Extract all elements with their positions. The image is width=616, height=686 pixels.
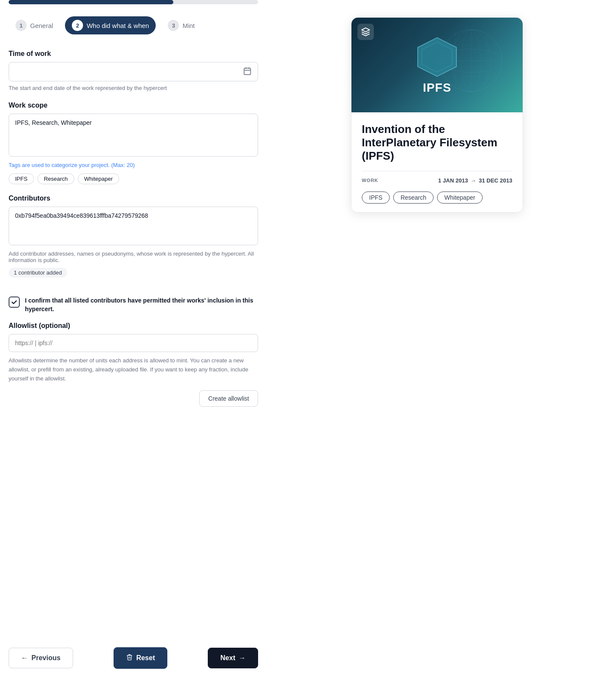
- ipfs-hexagon: [416, 36, 459, 85]
- previous-label: Previous: [31, 654, 61, 662]
- card-logo-icon: [357, 24, 374, 40]
- preview-card: IPFS Invention of the InterPlanetary Fil…: [351, 17, 523, 213]
- step-mint[interactable]: 3 Mint: [161, 16, 201, 34]
- contributors-hint: Add contributor addresses, names or pseu…: [9, 250, 258, 263]
- svg-marker-14: [418, 38, 456, 77]
- progress-bar-fill: [9, 0, 173, 4]
- time-of-work-input[interactable]: Jan 01, 2013 — Dec 31, 2013: [15, 68, 243, 75]
- allowlist-input[interactable]: [9, 334, 258, 352]
- work-scope-textarea[interactable]: IPFS, Research, Whitepaper: [9, 114, 258, 157]
- calendar-icon: [243, 67, 252, 77]
- progress-bar-container: [9, 0, 258, 4]
- card-tag-whitepaper: Whitepaper: [437, 192, 483, 204]
- previous-button[interactable]: ← Previous: [9, 648, 73, 668]
- step-general[interactable]: 1 General: [9, 16, 60, 34]
- checkbox-row[interactable]: I confirm that all listed contributors h…: [9, 297, 258, 313]
- allowlist-section: Allowlist (optional) Allowlists determin…: [9, 322, 258, 406]
- work-scope-hint: Tags are used to categorize your project…: [9, 162, 258, 168]
- bottom-nav: ← Previous Reset Next →: [9, 630, 258, 669]
- reset-label: Reset: [136, 654, 155, 662]
- time-of-work-input-box[interactable]: Jan 01, 2013 — Dec 31, 2013: [9, 62, 258, 81]
- step-number-1: 1: [15, 20, 27, 31]
- confirm-checkbox[interactable]: [9, 297, 20, 308]
- time-of-work-hint: The start and end date of the work repre…: [9, 85, 258, 91]
- trash-icon: [126, 654, 133, 662]
- contributors-textarea[interactable]: 0xb794f5ea0ba39494ce839613fffba742795792…: [9, 207, 258, 245]
- tag-whitepaper[interactable]: Whitepaper: [78, 173, 119, 184]
- tag-ipfs[interactable]: IPFS: [9, 173, 34, 184]
- left-panel: 1 General 2 Who did what & when 3 Mint T…: [0, 0, 267, 686]
- step-who[interactable]: 2 Who did what & when: [65, 16, 156, 34]
- card-tags: IPFS Research Whitepaper: [362, 192, 512, 204]
- right-arrow-icon: →: [239, 654, 246, 662]
- card-image: IPFS: [351, 18, 523, 112]
- step-label-general: General: [30, 22, 53, 29]
- card-meta-row: WORK 1 JAN 2013 → 31 DEC 2013: [362, 177, 512, 184]
- right-panel: IPFS Invention of the InterPlanetary Fil…: [267, 0, 616, 686]
- card-tag-research: Research: [393, 192, 434, 204]
- tags-row: IPFS Research Whitepaper: [9, 173, 258, 184]
- card-divider: [362, 171, 512, 171]
- contributors-section: Contributors 0xb794f5ea0ba39494ce839613f…: [9, 195, 258, 278]
- card-body: Invention of the InterPlanetary Filesyst…: [351, 112, 523, 212]
- left-arrow-icon: ←: [21, 654, 28, 662]
- tag-research[interactable]: Research: [37, 173, 74, 184]
- allowlist-label: Allowlist (optional): [9, 322, 258, 330]
- create-allowlist-button[interactable]: Create allowlist: [199, 390, 258, 407]
- step-label-who: Who did what & when: [86, 22, 149, 29]
- step-number-2: 2: [72, 20, 83, 31]
- card-tag-ipfs: IPFS: [362, 192, 390, 204]
- next-button[interactable]: Next →: [208, 648, 258, 668]
- svg-rect-0: [244, 68, 251, 74]
- card-date-end: 31 DEC 2013: [479, 177, 512, 184]
- allowlist-description: Allowlists determine the number of units…: [9, 356, 258, 383]
- card-date-start: 1 JAN 2013: [438, 177, 468, 184]
- step-number-3: 3: [168, 20, 179, 31]
- card-work-label: WORK: [362, 178, 378, 183]
- checkmark-icon: [11, 299, 18, 306]
- time-of-work-label: Time of work: [9, 50, 258, 58]
- box-icon: [361, 27, 370, 37]
- next-label: Next: [220, 654, 235, 662]
- card-title: Invention of the InterPlanetary Filesyst…: [362, 123, 512, 163]
- contributors-badge: 1 contributor added: [9, 268, 67, 278]
- work-scope-label: Work scope: [9, 102, 258, 109]
- confirm-checkbox-label: I confirm that all listed contributors h…: [25, 297, 258, 313]
- time-of-work-section: Time of work Jan 01, 2013 — Dec 31, 2013…: [9, 50, 258, 91]
- step-label-mint: Mint: [182, 22, 194, 29]
- contributors-label: Contributors: [9, 195, 258, 202]
- work-scope-section: Work scope IPFS, Research, Whitepaper Ta…: [9, 102, 258, 184]
- card-meta-dates: 1 JAN 2013 → 31 DEC 2013: [438, 177, 512, 184]
- card-date-arrow: →: [471, 177, 476, 184]
- steps-row: 1 General 2 Who did what & when 3 Mint: [9, 16, 258, 34]
- ipfs-hex-container: IPFS: [416, 36, 459, 95]
- reset-button[interactable]: Reset: [114, 647, 168, 669]
